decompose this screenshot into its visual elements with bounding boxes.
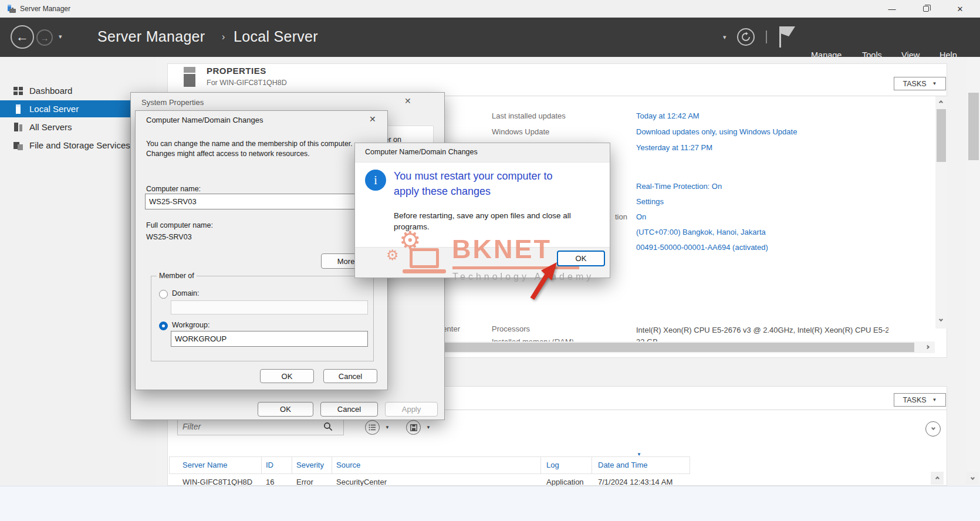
property-label: Last installed updates — [492, 111, 566, 120]
tasks-dropdown-icon: ▼ — [932, 81, 937, 86]
restart-dialog: Computer Name/Domain Changes i You must … — [354, 143, 610, 278]
sidebar-item-label: All Servers — [29, 122, 72, 132]
window-scroll-down-button[interactable] — [966, 472, 979, 485]
property-value-link[interactable]: Yesterday at 11:27 PM — [636, 143, 712, 152]
sidebar-item-label: File and Storage Services — [29, 140, 130, 150]
save-icon — [410, 424, 417, 431]
filter-save-button[interactable] — [406, 420, 421, 435]
menu-manage[interactable]: Manage — [811, 50, 842, 60]
toolbar-dropdown-caret-icon[interactable]: ▾ — [723, 33, 726, 41]
menu-tools[interactable]: Tools — [862, 50, 882, 60]
close-icon[interactable]: ✕ — [369, 114, 376, 124]
sort-desc-icon[interactable]: ▼ — [637, 452, 641, 457]
property-value-link[interactable]: 00491-50000-00001-AA694 (activated) — [636, 243, 768, 252]
domain-radio[interactable] — [159, 290, 168, 299]
column-header-server-name[interactable]: Server Name — [183, 461, 228, 469]
computer-name-dialog-title: Computer Name/Domain Changes — [146, 116, 263, 124]
property-value-link[interactable]: On — [636, 212, 646, 221]
maximize-icon — [923, 6, 929, 12]
server-manager-window: Server Manager — ✕ ← → ▾ Server Manager … — [0, 0, 980, 521]
search-icon — [323, 422, 333, 431]
taskbar: 4:30 PM 7/1/2024 — [0, 486, 980, 521]
property-value-link[interactable]: Real-Time Protection: On — [636, 182, 722, 191]
tasks-dropdown-icon: ▼ — [932, 397, 937, 402]
events-tasks-button[interactable]: TASKS ▼ — [894, 393, 946, 407]
back-button[interactable]: ← — [11, 25, 34, 49]
filter-save-dropdown-icon[interactable]: ▼ — [426, 425, 431, 430]
cell-server-name: WIN-GIFC8T1QH8D — [183, 478, 252, 486]
properties-scrollbar-thumb[interactable] — [937, 109, 946, 162]
app-header: ← → ▾ Server Manager › Local Server ▾ Ma… — [0, 18, 980, 57]
column-separator — [261, 457, 262, 473]
file-storage-icon — [13, 140, 23, 151]
cell-source: SecurityCenter — [336, 478, 387, 486]
minimize-icon: — — [888, 5, 896, 13]
properties-tasks-button[interactable]: TASKS ▼ — [894, 77, 946, 90]
sp-cancel-button[interactable]: Cancel — [320, 402, 378, 417]
property-value-link[interactable]: Download updates only, using Windows Upd… — [636, 127, 797, 136]
column-header-log[interactable]: Log — [546, 461, 559, 469]
dashboard-icon — [13, 86, 23, 96]
info-glyph: i — [374, 174, 377, 187]
events-scroll-up-button[interactable] — [931, 472, 944, 485]
column-header-severity[interactable]: Severity — [296, 461, 324, 469]
property-value-link[interactable]: (UTC+07:00) Bangkok, Hanoi, Jakarta — [636, 228, 766, 236]
property-label: Windows Update — [492, 127, 549, 136]
all-servers-icon — [13, 122, 23, 133]
property-value-link[interactable]: Today at 12:42 AM — [636, 111, 699, 120]
breadcrumb-root[interactable]: Server Manager — [97, 28, 205, 45]
restart-ok-button[interactable]: OK — [557, 251, 605, 266]
sp-ok-button[interactable]: OK — [258, 402, 313, 417]
cn-cancel-button[interactable]: Cancel — [323, 369, 377, 383]
column-header-id[interactable]: ID — [266, 461, 273, 469]
properties-pane-title: PROPERTIES — [207, 66, 266, 76]
forward-arrow-icon: → — [40, 33, 49, 43]
restart-dialog-title: Computer Name/Domain Changes — [365, 148, 478, 156]
events-filter-box — [177, 418, 344, 435]
server-manager-app-icon — [7, 4, 16, 13]
maximize-button[interactable] — [913, 0, 940, 18]
workgroup-label: Workgroup: — [172, 321, 209, 329]
events-collapse-button[interactable] — [925, 421, 941, 437]
toolbar-separator — [766, 31, 767, 43]
refresh-button[interactable] — [737, 28, 755, 46]
sidebar-item-label: Dashboard — [29, 86, 72, 96]
sp-apply-button[interactable]: Apply — [385, 402, 438, 417]
close-button[interactable]: ✕ — [947, 0, 974, 18]
system-properties-title: System Properties — [141, 98, 204, 107]
computer-name-label: Computer name: — [146, 185, 201, 193]
cell-id: 16 — [266, 478, 274, 486]
restart-dialog-titlebar: Computer Name/Domain Changes — [355, 143, 610, 163]
filter-list-dropdown-icon[interactable]: ▼ — [385, 425, 390, 430]
sidebar-item-label: Local Server — [29, 104, 79, 114]
minimize-button[interactable]: — — [878, 0, 905, 18]
close-icon[interactable]: ✕ — [404, 96, 411, 106]
window-scrollbar-thumb[interactable] — [968, 93, 979, 160]
full-name-label: Full computer name: — [146, 221, 213, 229]
nav-dropdown-caret-icon[interactable]: ▾ — [59, 33, 62, 40]
domain-input[interactable] — [171, 300, 368, 314]
cn-ok-button[interactable]: OK — [260, 369, 314, 383]
window-title: Server Manager — [20, 5, 70, 13]
column-header-date-time[interactable]: Date and Time — [598, 461, 648, 469]
property-value: Intel(R) Xeon(R) CPU E5-2676 v3 @ 2.40GH… — [636, 326, 888, 334]
back-arrow-icon: ← — [16, 29, 29, 45]
computer-name-input[interactable] — [145, 194, 369, 209]
column-header-source[interactable]: Source — [336, 461, 360, 469]
cell-log: Application — [546, 478, 584, 486]
menu-help[interactable]: Help — [940, 50, 957, 60]
properties-pane-subtitle: For WIN-GIFC8T1QH8D — [207, 79, 287, 87]
workgroup-input[interactable] — [171, 331, 368, 347]
forward-button[interactable]: → — [36, 29, 53, 46]
filter-list-button[interactable] — [365, 420, 380, 435]
member-of-label: Member of — [157, 272, 197, 280]
refresh-icon — [741, 32, 751, 42]
cell-date-time: 7/1/2024 12:43:14 AM — [598, 478, 673, 486]
tasks-label: TASKS — [903, 396, 927, 404]
menu-view[interactable]: View — [901, 50, 920, 60]
property-value-link[interactable]: Settings — [636, 197, 664, 206]
events-filter-input[interactable] — [183, 422, 323, 431]
tasks-label: TASKS — [903, 80, 927, 88]
breadcrumb-current: Local Server — [234, 28, 318, 45]
workgroup-radio[interactable] — [159, 322, 168, 330]
